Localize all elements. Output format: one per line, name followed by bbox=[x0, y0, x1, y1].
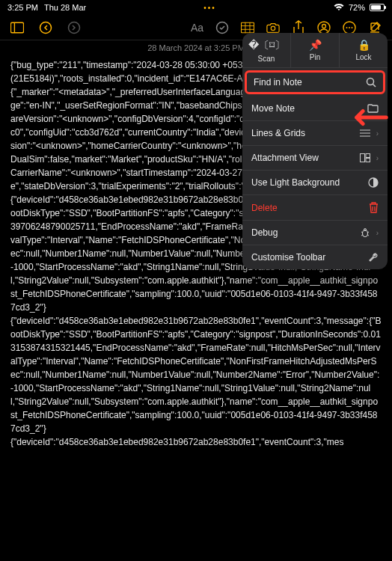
checklist-icon[interactable] bbox=[215, 21, 229, 34]
status-date: Thu 28 Mar bbox=[44, 3, 86, 12]
svg-rect-5 bbox=[241, 22, 254, 33]
battery-percent: 72% bbox=[349, 3, 365, 12]
share-icon[interactable] bbox=[292, 21, 305, 34]
sidebar-icon[interactable] bbox=[10, 21, 24, 34]
search-icon bbox=[366, 77, 376, 88]
bug-icon bbox=[360, 227, 370, 238]
chevron-icon: › bbox=[376, 229, 379, 237]
battery-icon bbox=[370, 4, 385, 11]
svg-point-14 bbox=[346, 27, 348, 28]
more-icon[interactable] bbox=[343, 21, 356, 34]
table-icon[interactable] bbox=[241, 21, 254, 34]
wrench-icon bbox=[368, 252, 379, 263]
redo-icon bbox=[67, 21, 81, 34]
svg-point-17 bbox=[367, 79, 374, 85]
context-menu: �〔⌑〕 Scan 📌 Pin 🔒 Lock Find in Note Move… bbox=[242, 33, 388, 269]
menu-lock[interactable]: 🔒 Lock bbox=[340, 33, 388, 67]
scan-icon: �〔⌑〕 bbox=[242, 39, 290, 52]
trash-icon bbox=[369, 202, 379, 213]
lock-icon: 🔒 bbox=[340, 39, 388, 51]
svg-rect-23 bbox=[366, 154, 370, 158]
menu-customise-toolbar[interactable]: Customise Toolbar bbox=[242, 245, 388, 269]
collab-icon[interactable] bbox=[317, 21, 331, 34]
status-time: 3:25 PM bbox=[7, 3, 38, 12]
menu-debug[interactable]: Debug › bbox=[242, 221, 388, 245]
wifi-icon bbox=[334, 4, 344, 11]
multitask-dots[interactable]: ••• bbox=[203, 4, 216, 12]
svg-point-12 bbox=[322, 24, 326, 28]
svg-point-16 bbox=[352, 27, 353, 28]
svg-point-10 bbox=[271, 26, 275, 30]
chevron-icon: › bbox=[376, 154, 379, 162]
format-icon[interactable]: Aa bbox=[191, 22, 203, 34]
menu-scan[interactable]: �〔⌑〕 Scan bbox=[242, 33, 291, 67]
svg-line-18 bbox=[373, 85, 376, 88]
menu-attachment-view[interactable]: Attachment View › bbox=[242, 146, 388, 171]
svg-point-15 bbox=[349, 27, 350, 28]
menu-light-background[interactable]: Use Light Background bbox=[242, 171, 388, 195]
status-bar: 3:25 PM Thu 28 Mar ••• 72% bbox=[0, 0, 392, 15]
compose-icon[interactable] bbox=[368, 21, 382, 34]
camera-icon[interactable] bbox=[266, 21, 280, 34]
pin-icon: 📌 bbox=[291, 39, 339, 51]
svg-rect-0 bbox=[10, 22, 23, 33]
menu-find-in-note[interactable]: Find in Note bbox=[245, 70, 385, 94]
menu-delete[interactable]: Delete bbox=[242, 195, 388, 221]
undo-icon[interactable] bbox=[39, 21, 52, 34]
menu-pin[interactable]: 📌 Pin bbox=[291, 33, 340, 67]
svg-rect-22 bbox=[360, 154, 364, 162]
contrast-icon bbox=[368, 177, 379, 188]
attachment-icon bbox=[360, 153, 370, 162]
svg-rect-24 bbox=[366, 159, 370, 162]
